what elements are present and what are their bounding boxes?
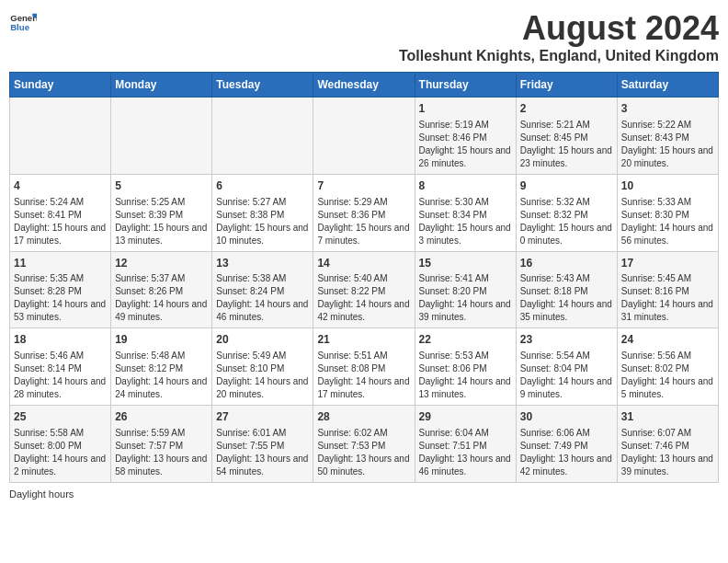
calendar-week-row: 18Sunrise: 5:46 AMSunset: 8:14 PMDayligh…: [10, 328, 719, 406]
logo-icon: General Blue: [9, 9, 37, 37]
day-info: Sunrise: 6:02 AMSunset: 7:53 PMDaylight:…: [317, 427, 410, 478]
day-of-week-header: Friday: [516, 73, 617, 98]
calendar-cell: 16Sunrise: 5:43 AMSunset: 8:18 PMDayligh…: [516, 251, 617, 328]
day-info: Sunrise: 6:01 AMSunset: 7:55 PMDaylight:…: [216, 427, 309, 478]
day-number: 19: [115, 332, 208, 348]
month-title: August 2024: [399, 9, 719, 48]
calendar-cell: [111, 98, 212, 175]
day-number: 27: [216, 409, 309, 425]
day-of-week-header: Saturday: [617, 73, 718, 98]
day-info: Sunrise: 5:56 AMSunset: 8:02 PMDaylight:…: [621, 350, 714, 401]
day-info: Sunrise: 5:38 AMSunset: 8:24 PMDaylight:…: [216, 272, 309, 324]
calendar-cell: 9Sunrise: 5:32 AMSunset: 8:32 PMDaylight…: [516, 174, 617, 251]
calendar-cell: 3Sunrise: 5:22 AMSunset: 8:43 PMDaylight…: [617, 98, 718, 175]
calendar-cell: 1Sunrise: 5:19 AMSunset: 8:46 PMDaylight…: [415, 98, 516, 175]
day-info: Sunrise: 5:48 AMSunset: 8:12 PMDaylight:…: [115, 350, 208, 401]
day-number: 4: [14, 178, 107, 194]
calendar-cell: 11Sunrise: 5:35 AMSunset: 8:28 PMDayligh…: [10, 251, 111, 328]
day-info: Sunrise: 5:19 AMSunset: 8:46 PMDaylight:…: [419, 119, 512, 170]
day-of-week-header: Monday: [111, 73, 212, 98]
footer-note: Daylight hours: [9, 488, 719, 500]
day-of-week-header: Thursday: [415, 73, 516, 98]
calendar-cell: 8Sunrise: 5:30 AMSunset: 8:34 PMDaylight…: [415, 174, 516, 251]
day-of-week-header: Wednesday: [313, 73, 415, 98]
day-of-week-header: Sunday: [10, 73, 111, 98]
day-info: Sunrise: 5:58 AMSunset: 8:00 PMDaylight:…: [14, 427, 107, 478]
title-section: August 2024 Tolleshunt Knights, England,…: [399, 9, 719, 64]
day-number: 13: [216, 256, 309, 271]
calendar-cell: 22Sunrise: 5:53 AMSunset: 8:06 PMDayligh…: [415, 328, 516, 406]
day-number: 14: [317, 256, 410, 271]
calendar-cell: 10Sunrise: 5:33 AMSunset: 8:30 PMDayligh…: [617, 174, 718, 251]
calendar-cell: [212, 98, 313, 175]
calendar-cell: 31Sunrise: 6:07 AMSunset: 7:46 PMDayligh…: [617, 406, 718, 483]
calendar-header-row: SundayMondayTuesdayWednesdayThursdayFrid…: [10, 73, 719, 98]
day-of-week-header: Tuesday: [212, 73, 313, 98]
page-header: General Blue August 2024 Tolleshunt Knig…: [9, 9, 719, 64]
day-number: 2: [520, 101, 613, 117]
day-number: 23: [520, 332, 613, 348]
day-number: 28: [317, 409, 410, 425]
day-info: Sunrise: 5:41 AMSunset: 8:20 PMDaylight:…: [419, 272, 512, 324]
calendar-cell: [10, 98, 111, 175]
day-info: Sunrise: 5:46 AMSunset: 8:14 PMDaylight:…: [14, 350, 107, 401]
calendar-cell: 7Sunrise: 5:29 AMSunset: 8:36 PMDaylight…: [313, 174, 415, 251]
calendar-week-row: 4Sunrise: 5:24 AMSunset: 8:41 PMDaylight…: [10, 174, 719, 251]
day-number: 7: [317, 178, 410, 194]
calendar-cell: 28Sunrise: 6:02 AMSunset: 7:53 PMDayligh…: [313, 406, 415, 483]
calendar-cell: 15Sunrise: 5:41 AMSunset: 8:20 PMDayligh…: [415, 251, 516, 328]
calendar-cell: 27Sunrise: 6:01 AMSunset: 7:55 PMDayligh…: [212, 406, 313, 483]
calendar-week-row: 1Sunrise: 5:19 AMSunset: 8:46 PMDaylight…: [10, 98, 719, 175]
logo: General Blue: [9, 9, 37, 37]
day-number: 15: [419, 256, 512, 271]
calendar-table: SundayMondayTuesdayWednesdayThursdayFrid…: [9, 72, 719, 483]
day-number: 22: [419, 332, 512, 348]
day-info: Sunrise: 5:59 AMSunset: 7:57 PMDaylight:…: [115, 427, 208, 478]
day-info: Sunrise: 5:51 AMSunset: 8:08 PMDaylight:…: [317, 350, 410, 401]
day-info: Sunrise: 5:45 AMSunset: 8:16 PMDaylight:…: [621, 272, 714, 324]
day-number: 21: [317, 332, 410, 348]
day-number: 25: [14, 409, 107, 425]
day-info: Sunrise: 5:25 AMSunset: 8:39 PMDaylight:…: [115, 196, 208, 247]
day-info: Sunrise: 5:22 AMSunset: 8:43 PMDaylight:…: [621, 119, 714, 170]
day-number: 26: [115, 409, 208, 425]
calendar-cell: 12Sunrise: 5:37 AMSunset: 8:26 PMDayligh…: [111, 251, 212, 328]
day-number: 20: [216, 332, 309, 348]
calendar-cell: 25Sunrise: 5:58 AMSunset: 8:00 PMDayligh…: [10, 406, 111, 483]
calendar-cell: 4Sunrise: 5:24 AMSunset: 8:41 PMDaylight…: [10, 174, 111, 251]
day-number: 3: [621, 101, 714, 117]
calendar-cell: 17Sunrise: 5:45 AMSunset: 8:16 PMDayligh…: [617, 251, 718, 328]
day-info: Sunrise: 5:49 AMSunset: 8:10 PMDaylight:…: [216, 350, 309, 401]
calendar-cell: 21Sunrise: 5:51 AMSunset: 8:08 PMDayligh…: [313, 328, 415, 406]
calendar-cell: 6Sunrise: 5:27 AMSunset: 8:38 PMDaylight…: [212, 174, 313, 251]
calendar-cell: 5Sunrise: 5:25 AMSunset: 8:39 PMDaylight…: [111, 174, 212, 251]
calendar-cell: [313, 98, 415, 175]
calendar-cell: 24Sunrise: 5:56 AMSunset: 8:02 PMDayligh…: [617, 328, 718, 406]
calendar-week-row: 11Sunrise: 5:35 AMSunset: 8:28 PMDayligh…: [10, 251, 719, 328]
day-info: Sunrise: 5:21 AMSunset: 8:45 PMDaylight:…: [520, 119, 613, 170]
calendar-cell: 29Sunrise: 6:04 AMSunset: 7:51 PMDayligh…: [415, 406, 516, 483]
day-number: 6: [216, 178, 309, 194]
day-number: 16: [520, 256, 613, 271]
day-number: 8: [419, 178, 512, 194]
day-number: 1: [419, 101, 512, 117]
day-number: 29: [419, 409, 512, 425]
calendar-cell: 13Sunrise: 5:38 AMSunset: 8:24 PMDayligh…: [212, 251, 313, 328]
day-info: Sunrise: 5:37 AMSunset: 8:26 PMDaylight:…: [115, 272, 208, 324]
calendar-cell: 14Sunrise: 5:40 AMSunset: 8:22 PMDayligh…: [313, 251, 415, 328]
svg-text:Blue: Blue: [10, 22, 29, 32]
day-number: 17: [621, 256, 714, 271]
day-info: Sunrise: 5:35 AMSunset: 8:28 PMDaylight:…: [14, 272, 107, 324]
day-number: 18: [14, 332, 107, 348]
calendar-week-row: 25Sunrise: 5:58 AMSunset: 8:00 PMDayligh…: [10, 406, 719, 483]
day-info: Sunrise: 5:29 AMSunset: 8:36 PMDaylight:…: [317, 196, 410, 247]
calendar-cell: 19Sunrise: 5:48 AMSunset: 8:12 PMDayligh…: [111, 328, 212, 406]
location-title: Tolleshunt Knights, England, United King…: [399, 48, 719, 64]
day-info: Sunrise: 5:27 AMSunset: 8:38 PMDaylight:…: [216, 196, 309, 247]
day-number: 31: [621, 409, 714, 425]
day-info: Sunrise: 5:30 AMSunset: 8:34 PMDaylight:…: [419, 196, 512, 247]
day-number: 12: [115, 256, 208, 271]
day-info: Sunrise: 5:33 AMSunset: 8:30 PMDaylight:…: [621, 196, 714, 247]
day-number: 9: [520, 178, 613, 194]
day-number: 5: [115, 178, 208, 194]
